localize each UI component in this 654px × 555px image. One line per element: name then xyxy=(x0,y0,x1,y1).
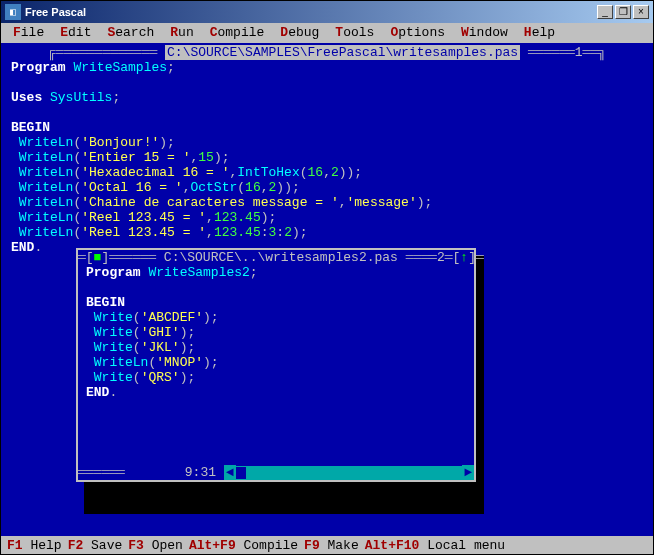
restore-button[interactable]: ❐ xyxy=(615,5,631,19)
horizontal-scrollbar[interactable]: ◄► xyxy=(224,466,474,480)
statusbar: F1 HelpF2 SaveF3 OpenAlt+F9 CompileF9 Ma… xyxy=(1,536,653,554)
code-line[interactable]: WriteLn('Reel 123.45 = ',123.45); xyxy=(3,210,651,225)
status-alt-f10[interactable]: Alt+F10 Local menu xyxy=(365,538,505,552)
status-f2[interactable]: F2 Save xyxy=(68,538,123,552)
editor1-code[interactable]: Program WriteSamples; Uses SysUtils; BEG… xyxy=(3,60,651,255)
code-line[interactable]: WriteLn('MNOP'); xyxy=(78,355,474,370)
editor1-path: C:\SOURCE\SAMPLES\FreePascal\writesample… xyxy=(165,45,520,60)
code-line[interactable]: WriteLn('Octal 16 = ',OctStr(16,2)); xyxy=(3,180,651,195)
scroll-left-icon[interactable]: ◄ xyxy=(224,465,236,480)
close-button[interactable]: × xyxy=(633,5,649,19)
window-title: Free Pascal xyxy=(25,6,597,18)
code-line[interactable] xyxy=(3,75,651,90)
minimize-button[interactable]: _ xyxy=(597,5,613,19)
menu-file[interactable]: File xyxy=(5,25,52,41)
menu-search[interactable]: Search xyxy=(99,25,162,41)
code-line[interactable]: Write('JKL'); xyxy=(78,340,474,355)
editor2-winnum: 2 xyxy=(437,250,445,265)
status-f1[interactable]: F1 Help xyxy=(7,538,62,552)
code-line[interactable]: BEGIN xyxy=(3,120,651,135)
cursor-position: 9:31 xyxy=(125,465,216,480)
status-alt-f9[interactable]: Alt+F9 Compile xyxy=(189,538,298,552)
menu-edit[interactable]: Edit xyxy=(52,25,99,41)
code-line[interactable]: END. xyxy=(78,385,474,400)
maximize-icon[interactable]: ↑ xyxy=(460,250,468,265)
app-window: ◧ Free Pascal _ ❐ × FileEditSearchRunCom… xyxy=(0,0,654,555)
code-line[interactable]: Write('GHI'); xyxy=(78,325,474,340)
close-box-icon[interactable]: ■ xyxy=(94,250,102,265)
menu-debug[interactable]: Debug xyxy=(272,25,327,41)
menu-help[interactable]: Help xyxy=(516,25,563,41)
editor-area: ╔═════════════ C:\SOURCE\SAMPLES\FreePas… xyxy=(1,43,653,536)
code-line[interactable]: WriteLn('Chaine de caracteres message = … xyxy=(3,195,651,210)
editor2-titlebar: ═[■]══════ C:\SOURCE\..\writesamples2.pa… xyxy=(78,250,474,265)
menu-tools[interactable]: Tools xyxy=(327,25,382,41)
scroll-right-icon[interactable]: ► xyxy=(462,465,474,480)
code-line[interactable]: Program WriteSamples2; xyxy=(78,265,474,280)
code-line[interactable]: Write('ABCDEF'); xyxy=(78,310,474,325)
status-f3[interactable]: F3 Open xyxy=(128,538,183,552)
code-line[interactable] xyxy=(3,105,651,120)
editor2-window[interactable]: ═[■]══════ C:\SOURCE\..\writesamples2.pa… xyxy=(76,248,476,482)
editor1-titlebar: ╔═════════════ C:\SOURCE\SAMPLES\FreePas… xyxy=(3,45,651,60)
menu-options[interactable]: Options xyxy=(382,25,453,41)
editor2-statusbar: ══════ 9:31 ◄► xyxy=(78,465,474,480)
editor1-winnum: 1 xyxy=(575,45,583,60)
code-line[interactable]: WriteLn('Hexadecimal 16 = ',IntToHex(16,… xyxy=(3,165,651,180)
code-line[interactable]: BEGIN xyxy=(78,295,474,310)
app-icon: ◧ xyxy=(5,4,21,20)
editor2-code[interactable]: Program WriteSamples2; BEGIN Write('ABCD… xyxy=(78,265,474,465)
status-f9[interactable]: F9 Make xyxy=(304,538,359,552)
menu-compile[interactable]: Compile xyxy=(202,25,273,41)
code-line[interactable]: WriteLn('Reel 123.45 = ',123.45:3:2); xyxy=(3,225,651,240)
editor2-path: C:\SOURCE\..\writesamples2.pas xyxy=(164,250,398,265)
code-line[interactable]: WriteLn('Bonjour!'); xyxy=(3,135,651,150)
menu-run[interactable]: Run xyxy=(162,25,201,41)
menubar: FileEditSearchRunCompileDebugToolsOption… xyxy=(1,23,653,43)
code-line[interactable] xyxy=(78,280,474,295)
titlebar[interactable]: ◧ Free Pascal _ ❐ × xyxy=(1,1,653,23)
code-line[interactable]: Uses SysUtils; xyxy=(3,90,651,105)
code-line[interactable]: Write('QRS'); xyxy=(78,370,474,385)
menu-window[interactable]: Window xyxy=(453,25,516,41)
code-line[interactable]: Program WriteSamples; xyxy=(3,60,651,75)
code-line[interactable]: WriteLn('Entier 15 = ',15); xyxy=(3,150,651,165)
